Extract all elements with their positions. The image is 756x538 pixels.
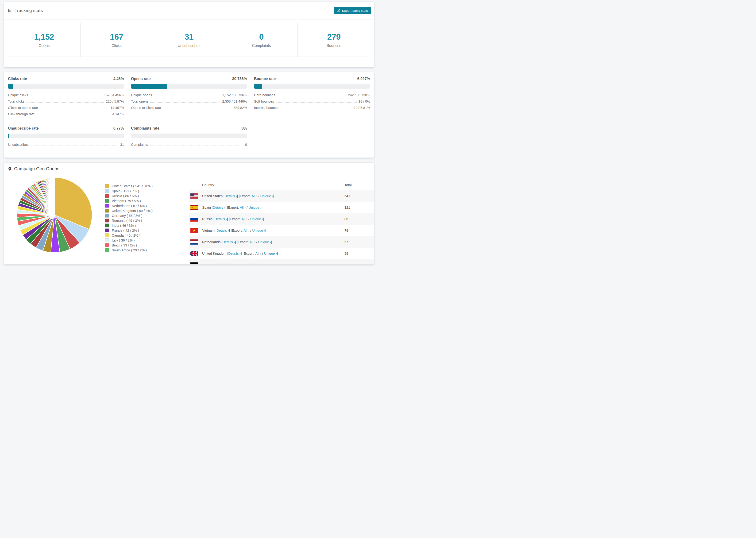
dotted-leader [163,109,232,109]
stat-tile-clicks: 167 Clicks [81,23,153,57]
geo-opens-pie-chart [15,176,94,254]
legend-item-united-kingdom[interactable]: United Kingdom ( 59 / 3% ) [105,208,189,213]
legend-item-netherlands[interactable]: Netherlands ( 67 / 4% ) [105,203,189,208]
stat-tile-opens: 1,152 Opens [8,23,81,57]
country-cell: Germany [Details ›] [Export: All › / Uni… [189,262,345,265]
map-pin-icon [8,167,12,171]
tracking-stats-card: Tracking stats Export basic stats 1,152 … [4,2,374,67]
geo-table-body: United States [Details ›] [Export: All ›… [189,190,374,265]
export-unique-link[interactable]: Unique › [264,252,277,255]
rate-progress-bar [131,134,247,138]
total-cell: 121 [345,206,374,209]
legend-item-brazil[interactable]: Brazil ( 33 / 2% ) [105,243,189,248]
flag-icon-de [190,262,198,265]
rate-detail-row: Opens to clicks rate 689.82% [131,106,247,110]
country-cell: United States [Details ›] [Export: All ›… [189,193,345,198]
legend-item-spain[interactable]: Spain ( 121 / 7% ) [105,188,189,193]
rate-progress-fill [8,84,13,89]
export-unique-link[interactable]: Unique › [248,206,261,209]
rate-row-value: 31 [120,143,124,146]
export-all-link[interactable]: All › [249,240,255,244]
geo-table-row-spain: Spain [Details ›] [Export: All › / Uniqu… [189,202,374,213]
export-all-link[interactable]: All › [245,263,251,265]
export-unique-link[interactable]: Unique › [254,263,267,265]
dotted-leader [281,109,352,109]
rate-title: Opens rate [131,77,151,81]
legend-swatch [105,248,109,252]
legend-item-south-africa[interactable]: South Africa ( 29 / 2% ) [105,248,189,252]
export-unique-link[interactable]: Unique › [252,229,265,232]
rate-row-label: Total opens [131,99,148,103]
export-unique-link[interactable]: Unique › [260,194,273,198]
dotted-leader [277,96,346,96]
legend-item-russia[interactable]: Russia ( 86 / 5% ) [105,193,189,198]
country-name: Vietnam [202,229,215,232]
rate-progress-bar [8,134,124,138]
details-link[interactable]: Details › [214,217,227,221]
rate-detail-row: Total clicks 220 / 5.87% [8,99,124,103]
flag-icon-us [190,193,198,198]
legend-label: India ( 46 / 3% ) [112,224,136,228]
details-link[interactable]: Details › [225,194,237,198]
geo-table-row-germany: Germany [Details ›] [Export: All › / Uni… [189,259,374,265]
export-all-link[interactable]: All › [255,252,261,255]
rate-row-label: Clicks to opens rate [8,106,38,110]
export-all-link[interactable]: All › [243,229,249,232]
export-unique-link[interactable]: Unique › [258,240,271,244]
stat-label: Clicks [112,44,122,48]
rate-value: 0% [242,126,247,131]
rate-detail-row: Unique opens 1,152 / 30.736% [131,93,247,97]
dotted-leader [150,102,220,103]
export-unique-link[interactable]: Unique › [250,217,263,221]
country-cell: United Kingdom [Details ›] [Export: All … [189,251,345,256]
legend-item-germany[interactable]: Germany ( 55 / 3% ) [105,213,189,218]
legend-label: Germany ( 55 / 3% ) [112,214,142,218]
rate-row-label: Total clicks [8,99,25,103]
rate-block-opens-rate: Opens rate 30.736% Unique opens 1,152 / … [131,76,247,118]
legend-swatch [105,214,109,218]
export-basic-stats-button[interactable]: Export basic stats [334,7,371,14]
export-all-link[interactable]: All › [240,206,245,209]
legend-label: Canada ( 40 / 2% ) [112,234,140,237]
details-link[interactable]: Details › [216,229,229,232]
legend-item-romania[interactable]: Romania ( 49 / 3% ) [105,218,189,223]
stat-value: 167 [110,32,123,41]
export-all-link[interactable]: All › [251,194,257,198]
total-cell: 55 [345,263,374,265]
legend-swatch [105,184,109,188]
legend-item-italy[interactable]: Italy ( 36 / 2% ) [105,238,189,243]
flag-icon-nl [190,240,198,244]
rate-row-label: Unique opens [131,93,152,97]
rate-detail-row: Unsubscribes 31 [8,142,124,146]
legend-item-france[interactable]: France ( 42 / 2% ) [105,228,189,233]
export-all-link[interactable]: All › [242,217,247,221]
rate-row-value: 18 / 0% [358,99,370,103]
flag-icon-vn [190,228,198,233]
rate-row-label: Unsubscribes [8,143,28,146]
legend-label: United States ( 541 / 31% ) [112,184,153,188]
rate-row-value: 14.497% [111,106,124,110]
details-link[interactable]: Details › [213,206,225,209]
legend-item-vietnam[interactable]: Vietnam ( 79 / 5% ) [105,198,189,203]
legend-item-india[interactable]: India ( 46 / 3% ) [105,223,189,228]
geo-table-row-russia: Russia [Details ›] [Export: All › / Uniq… [189,213,374,225]
rate-block-clicks-rate: Clicks rate 4.46% Unique clicks 167 / 4.… [8,76,124,118]
flag-icon-es [190,205,198,210]
total-cell: 86 [345,217,374,221]
stat-label: Complaints [252,44,271,48]
rates-grid: Clicks rate 4.46% Unique clicks 167 / 4.… [8,76,370,149]
geo-table-row-united-states: United States [Details ›] [Export: All ›… [189,190,374,202]
total-cell: 79 [345,229,374,232]
legend-item-united-states[interactable]: United States ( 541 / 31% ) [105,184,189,188]
legend-swatch [105,204,109,208]
details-link[interactable]: Details › [218,263,231,265]
rate-row-value: 220 / 5.87% [106,99,124,103]
geo-table: Country Total United States [Details ›] … [189,175,374,265]
rate-row-value: 167 / 4.456% [104,93,124,97]
legend-item-canada[interactable]: Canada ( 40 / 2% ) [105,233,189,238]
country-name: Spain [202,206,211,209]
rate-row-label: Soft bounces [254,99,274,103]
details-link[interactable]: Details › [222,240,235,244]
details-link[interactable]: Details › [228,252,241,255]
rate-row-label: Internal bounces [254,106,279,110]
